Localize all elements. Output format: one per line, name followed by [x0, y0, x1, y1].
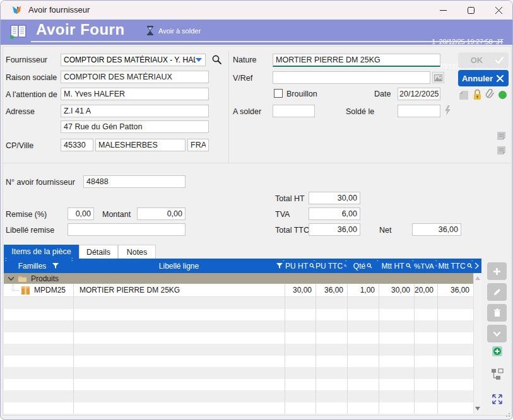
- collapse-chevron-icon[interactable]: [8, 276, 15, 281]
- adresse-field-2[interactable]: [61, 120, 209, 133]
- total-ttc-field[interactable]: [309, 223, 360, 236]
- chevron-down-icon[interactable]: [196, 58, 202, 62]
- lightning-icon[interactable]: [444, 105, 451, 115]
- row-qte: 1,00: [347, 284, 375, 296]
- column-header-pu-ht[interactable]: PU HT: [285, 259, 315, 273]
- solde-le-label: Soldé le: [346, 107, 374, 116]
- tab-details[interactable]: Détails: [79, 245, 118, 259]
- insert-item-button[interactable]: [492, 346, 502, 356]
- form-header: Avoir Fourn Avoir à solder 1 20/12/25 19…: [1, 20, 512, 45]
- column-line: [73, 284, 74, 414]
- minimize-button[interactable]: [429, 1, 457, 20]
- ok-button[interactable]: OK: [458, 52, 509, 68]
- column-header-mtt-ttc[interactable]: Mtt TTC: [437, 259, 473, 273]
- edit-row-button[interactable]: [487, 283, 507, 301]
- column-search-icon[interactable]: [406, 263, 411, 269]
- date-field[interactable]: [398, 88, 440, 100]
- column-search-icon[interactable]: [309, 263, 315, 269]
- row-code: MPDM25: [34, 284, 66, 296]
- resize-grip[interactable]: [505, 412, 510, 417]
- raison-sociale-field[interactable]: [61, 71, 209, 83]
- check-icon: [495, 57, 504, 64]
- a-solder-field[interactable]: [273, 105, 315, 117]
- fournisseur-combobox[interactable]: COMPTOIR DES MATÉRIAUX - Y. HALFER: [61, 54, 206, 66]
- empty-row: [4, 402, 473, 414]
- search-icon[interactable]: [211, 54, 222, 65]
- expand-icon[interactable]: [492, 394, 503, 405]
- adresse-label: Adresse: [6, 107, 35, 116]
- adresse-field-1[interactable]: [61, 105, 209, 117]
- row-mtt-ttc: 36,00: [437, 284, 469, 296]
- book-icon: [9, 22, 28, 41]
- note-icon-1[interactable]: [497, 131, 506, 141]
- column-header-qte[interactable]: Qté: [347, 259, 379, 273]
- more-columns-icon[interactable]: [475, 262, 479, 269]
- tva-field[interactable]: [309, 207, 360, 220]
- pays-field[interactable]: [187, 139, 209, 151]
- hierarchy-icon[interactable]: [490, 368, 504, 380]
- column-header-familles[interactable]: Familles: [4, 259, 73, 273]
- page-icon: [459, 91, 469, 100]
- grid-scrollbar[interactable]: [473, 273, 481, 414]
- scroll-up-icon[interactable]: [475, 276, 480, 280]
- tab-notes[interactable]: Notes: [118, 245, 156, 259]
- paperclip-icon[interactable]: [485, 89, 495, 100]
- net-field[interactable]: [412, 223, 461, 236]
- libelle-remise-field[interactable]: [68, 223, 186, 236]
- nature-field[interactable]: [273, 54, 440, 67]
- column-header-tva[interactable]: %TVA: [414, 259, 437, 273]
- vref-field[interactable]: [273, 71, 430, 84]
- ville-field[interactable]: [95, 139, 186, 151]
- ok-button-label: OK: [458, 55, 495, 65]
- column-header-mtt-ht[interactable]: Mtt HT: [379, 259, 414, 273]
- folder-icon: [18, 275, 27, 283]
- grid-body: Produits MPDM25 MORTIER PIERRE DM 25KG 3…: [4, 273, 473, 414]
- scroll-down-icon[interactable]: [475, 407, 480, 411]
- total-ht-label: Total HT: [275, 194, 305, 203]
- empty-row: [4, 379, 473, 391]
- montant-field[interactable]: [137, 207, 186, 220]
- total-ht-field[interactable]: [309, 192, 360, 204]
- cancel-button-label: Annuler: [458, 74, 497, 83]
- filter-icon[interactable]: [52, 263, 59, 269]
- solde-le-field[interactable]: [398, 105, 440, 117]
- table-row[interactable]: MPDM25 MORTIER PIERRE DM 25KG 30,00 36,0…: [4, 284, 473, 297]
- num-avoir-label: N° avoir fournisseur: [6, 178, 75, 187]
- tab-items-de-la-piece[interactable]: Items de la pièce: [4, 245, 79, 259]
- row-mtt-ht: 30,00: [379, 284, 410, 296]
- titlebar: Avoir fournisseur: [1, 1, 512, 20]
- attention-field[interactable]: [61, 88, 209, 100]
- cancel-button[interactable]: Annuler: [458, 70, 509, 86]
- cp-ville-label: CP/Ville: [6, 141, 33, 150]
- filter-icon[interactable]: [276, 263, 283, 269]
- column-header-pu-ttc[interactable]: PU TTC: [315, 259, 347, 273]
- empty-row: [4, 320, 473, 332]
- add-row-button[interactable]: [487, 262, 507, 280]
- maximize-button[interactable]: [457, 1, 485, 20]
- hourglass-icon: [146, 26, 154, 35]
- remise-field[interactable]: [68, 207, 94, 220]
- close-x-icon: [497, 75, 504, 82]
- empty-row: [4, 344, 473, 356]
- column-search-icon[interactable]: [467, 263, 473, 269]
- num-avoir-field[interactable]: [83, 175, 186, 188]
- column-header-libelle[interactable]: Libellé ligne: [73, 259, 285, 273]
- move-down-button[interactable]: [487, 325, 507, 342]
- row-tva: 20,00: [414, 284, 433, 296]
- a-solder-label: A solder: [233, 107, 261, 116]
- delete-row-button[interactable]: [487, 304, 507, 322]
- close-button[interactable]: [485, 1, 512, 20]
- brouillon-checkbox[interactable]: [274, 89, 283, 98]
- timestamp-created: 1 20/12/25 19:27:58 JT: [432, 38, 504, 46]
- nature-label: Nature: [233, 55, 257, 64]
- column-search-icon[interactable]: [367, 263, 372, 269]
- note-icon-2[interactable]: [497, 146, 506, 155]
- group-row-produits[interactable]: Produits: [4, 273, 473, 284]
- attention-label: A l'attention de: [6, 90, 57, 99]
- row-pu-ttc: 36,00: [315, 284, 343, 296]
- code-postal-field[interactable]: [61, 139, 93, 151]
- column-line: [315, 284, 316, 414]
- raison-sociale-label: Raison sociale: [6, 73, 57, 82]
- image-picker-icon[interactable]: [432, 72, 444, 83]
- empty-row: [4, 297, 473, 309]
